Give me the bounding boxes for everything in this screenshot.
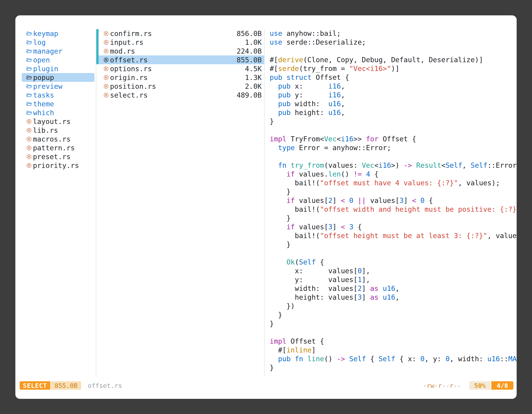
code-line: if values[2] < 0 || values[3] < 0 { [270, 196, 517, 205]
item-size: 489.0B [237, 91, 262, 99]
item-size: 856.0B [237, 29, 262, 38]
item-name: open [33, 56, 50, 64]
code-line: pub x: i16, [270, 82, 517, 91]
dir-item-tasks[interactable]: tasks [22, 91, 95, 99]
item-name: select.rs [110, 91, 148, 99]
rust-file-icon: R [26, 145, 32, 151]
item-name: pattern.rs [33, 144, 75, 152]
rust-file-icon: R [104, 92, 109, 98]
rust-file-icon: R [104, 31, 109, 36]
rust-file-icon: R [26, 128, 32, 133]
code-line: impl TryFrom<Vec<i16>> for Offset { [270, 135, 517, 143]
file-item-offset-rs[interactable]: Roffset.rs855.0B [97, 55, 264, 64]
rust-file-icon: R [26, 163, 32, 168]
folder-icon [26, 49, 32, 54]
svg-text:R: R [105, 67, 107, 70]
parent-directory-pane: keymaplogmanageropenpluginpopuppreviewta… [22, 29, 95, 170]
cursor-position-badge: 4/8 [491, 381, 513, 390]
item-name: confirm.rs [110, 29, 152, 38]
folder-icon [26, 66, 32, 71]
dir-item-which[interactable]: which [22, 108, 95, 117]
dir-item-preview[interactable]: preview [22, 82, 95, 91]
code-line: pub fn line() -> Self { Self { x: 0, y: … [270, 355, 517, 363]
svg-text:R: R [105, 93, 107, 96]
code-line: } [270, 214, 517, 222]
rust-file-icon: R [26, 119, 32, 124]
selection-marker-bar[interactable] [96, 29, 99, 64]
svg-text:R: R [105, 58, 107, 61]
item-name: which [33, 109, 54, 117]
code-line: }) [270, 302, 517, 310]
file-preview-pane[interactable]: use anyhow::bail;use serde::Deserialize;… [270, 29, 517, 380]
svg-text:R: R [105, 76, 107, 79]
item-name: log [33, 38, 46, 47]
item-name: input.rs [110, 38, 143, 47]
code-line: #[serde(try_from = "Vec<i16>")] [270, 64, 517, 73]
folder-icon [26, 93, 32, 97]
dir-item-manager[interactable]: manager [22, 47, 95, 55]
file-item-origin-rs[interactable]: Rorigin.rs1.3K [97, 73, 264, 82]
dir-item-log[interactable]: log [22, 38, 95, 47]
rust-file-icon: R [26, 154, 32, 159]
code-line: bail!("offset width and height must be p… [270, 205, 517, 214]
code-line: pub height: u16, [270, 108, 517, 117]
code-line: y: values[1], [270, 275, 517, 284]
item-name: lib.rs [33, 126, 58, 135]
code-line: } [270, 363, 517, 372]
dir-item-open[interactable]: open [22, 55, 95, 64]
file-item-select-rs[interactable]: Rselect.rs489.0B [97, 91, 264, 99]
item-size: 1.0K [245, 38, 262, 47]
dir-item-theme[interactable]: theme [22, 99, 95, 108]
file-item-options-rs[interactable]: Roptions.rs4.5K [97, 64, 264, 73]
item-size: 224.0B [237, 47, 262, 55]
folder-icon [26, 101, 32, 106]
code-line: use serde::Deserialize; [270, 38, 517, 47]
code-line: bail!("offset height must be at least 3:… [270, 231, 517, 240]
file-item-mod-rs[interactable]: Rmod.rs224.0B [97, 47, 264, 55]
file-item-priority-rs[interactable]: Rpriority.rs [22, 161, 95, 170]
file-item-preset-rs[interactable]: Rpreset.rs [22, 152, 95, 161]
rust-file-icon: R [104, 40, 109, 45]
code-line: pub width: u16, [270, 99, 517, 108]
item-name: keymap [33, 29, 58, 38]
code-line [270, 249, 517, 258]
svg-text:R: R [28, 146, 30, 149]
file-item-input-rs[interactable]: Rinput.rs1.0K [97, 38, 264, 47]
rust-file-icon: R [26, 136, 32, 142]
file-item-pattern-rs[interactable]: Rpattern.rs [22, 143, 95, 152]
rust-file-icon: R [104, 84, 109, 89]
code-line: pub struct Offset { [270, 73, 517, 82]
folder-icon [26, 75, 32, 80]
rust-file-icon: R [104, 75, 109, 80]
item-size: 4.5K [245, 65, 262, 73]
item-name: tasks [33, 91, 54, 99]
code-line [270, 328, 517, 337]
dir-item-keymap[interactable]: keymap [22, 29, 95, 38]
file-item-position-rs[interactable]: Rposition.rs2.0K [97, 82, 264, 91]
code-line: if values.len() != 4 { [270, 170, 517, 179]
rust-file-icon: R [104, 66, 109, 71]
code-line [270, 152, 517, 161]
item-name: manager [33, 47, 62, 55]
code-line: } [270, 117, 517, 126]
svg-text:R: R [28, 128, 30, 132]
scroll-percent-badge: 50% [469, 381, 491, 390]
code-line [270, 47, 517, 55]
file-size-badge: 855.0B [51, 381, 81, 390]
permissions-text: -rw-r--r-- [423, 382, 461, 389]
dir-item-plugin[interactable]: plugin [22, 64, 95, 73]
file-item-lib-rs[interactable]: Rlib.rs [22, 126, 95, 135]
code-line: } [270, 310, 517, 319]
file-item-confirm-rs[interactable]: Rconfirm.rs856.0B [97, 29, 264, 38]
item-name: position.rs [110, 82, 156, 90]
pane-divider-left [96, 29, 96, 377]
file-item-layout-rs[interactable]: Rlayout.rs [22, 117, 95, 126]
item-size: 2.0K [245, 82, 262, 90]
code-line: impl Offset { [270, 337, 517, 346]
code-line: if values[3] < 3 { [270, 222, 517, 231]
dir-item-popup[interactable]: popup [22, 73, 95, 82]
file-item-macros-rs[interactable]: Rmacros.rs [22, 135, 95, 143]
rust-file-icon: R [104, 48, 109, 54]
svg-text:R: R [105, 49, 107, 53]
folder-icon [26, 110, 32, 115]
